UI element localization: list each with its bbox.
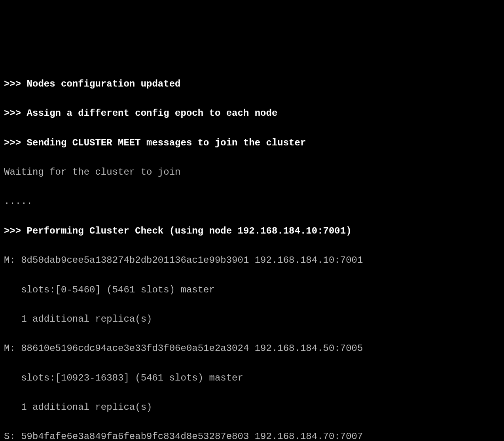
log-waiting-dots: ..... [4, 194, 500, 209]
log-performing-cluster-check: >>> Performing Cluster Check (using node… [4, 224, 500, 238]
log-nodes-config-updated: >>> Nodes configuration updated [4, 77, 500, 91]
node-master-1-header: M: 8d50dab9cee5a138274b2db201136ac1e99b3… [4, 253, 500, 268]
log-waiting-cluster-join: Waiting for the cluster to join [4, 165, 500, 179]
node-master-2-header: M: 88610e5196cdc94ace3e33fd3f06e0a51e2a3… [4, 341, 500, 356]
node-master-2-slots: slots:[10923-16383] (5461 slots) master [4, 371, 500, 385]
node-master-1-replicas: 1 additional replica(s) [4, 312, 500, 326]
node-master-1-slots: slots:[0-5460] (5461 slots) master [4, 283, 500, 297]
log-sending-cluster-meet: >>> Sending CLUSTER MEET messages to joi… [4, 136, 500, 150]
node-master-2-replicas: 1 additional replica(s) [4, 400, 500, 415]
log-assign-epoch: >>> Assign a different config epoch to e… [4, 106, 500, 121]
terminal-output: >>> Nodes configuration updated >>> Assi… [4, 62, 500, 441]
node-slave-1-header: S: 59b4fafe6e3a849fa6feab9fc834d8e53287e… [4, 429, 500, 441]
